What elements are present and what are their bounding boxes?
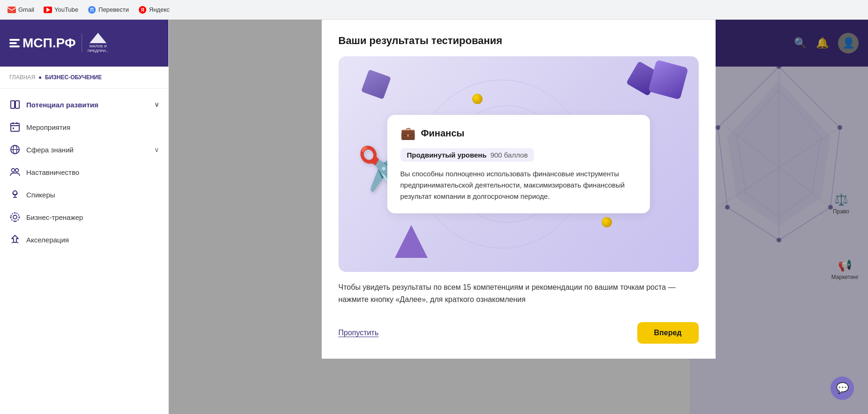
- logo-msp: МСП.РФ: [9, 36, 76, 51]
- info-card: 💼 Финансы Продвинутый уровень 900 баллов…: [387, 115, 650, 213]
- sidebar-item-mentoring[interactable]: Наставничество: [0, 161, 168, 183]
- svg-rect-12: [13, 128, 14, 129]
- sidebar-item-acceleration-label: Акселерация: [26, 236, 69, 244]
- skip-button[interactable]: Пропустить: [339, 329, 379, 337]
- level-badge: Продвинутый уровень 900 баллов: [400, 148, 535, 162]
- category-name: Финансы: [421, 128, 465, 139]
- sidebar-item-potential-label: Потенциал развития: [26, 101, 98, 109]
- breadcrumb-current[interactable]: БИЗНЕС-ОБУЧЕНИЕ: [45, 74, 102, 81]
- svg-rect-8: [11, 123, 19, 131]
- trainer-icon: [9, 211, 21, 223]
- modal-title: Ваши результаты тестирования: [339, 35, 699, 47]
- chat-icon: 💬: [836, 382, 849, 394]
- logo-grid-icon: [9, 39, 20, 47]
- svg-point-22: [11, 213, 19, 221]
- bookmark-translate[interactable]: П Перевести: [88, 6, 129, 14]
- svg-text:П: П: [90, 8, 93, 13]
- sidebar: МСП.РФ МАЛОЕ ИПРЕДПРИ... ГЛАВНАЯ БИЗНЕС-…: [0, 20, 169, 414]
- svg-text:Я: Я: [141, 8, 144, 13]
- sidebar-item-events[interactable]: Мероприятия: [0, 116, 168, 138]
- microphone-icon: [9, 189, 21, 200]
- sidebar-item-speakers-label: Спикеры: [26, 191, 55, 199]
- deco-diamond-2: [648, 60, 688, 100]
- logo-small-text: МАЛОЕ ИПРЕДПРИ...: [88, 44, 109, 53]
- deco-sphere-2: [602, 217, 612, 227]
- logo-text: МСП.РФ: [23, 36, 76, 51]
- logo-small-badge: МАЛОЕ ИПРЕДПРИ...: [88, 33, 109, 53]
- sidebar-item-trainer[interactable]: Бизнес-тренажер: [0, 206, 168, 228]
- svg-point-17: [15, 169, 19, 172]
- deco-diamond-3: [361, 69, 391, 99]
- svg-point-23: [15, 212, 16, 214]
- sidebar-nav: Потенциал развития ∨ Мероприятия: [0, 89, 168, 414]
- bookmark-youtube[interactable]: YouTube: [44, 6, 78, 13]
- breadcrumb-home[interactable]: ГЛАВНАЯ: [9, 74, 35, 81]
- sidebar-item-knowledge-label: Сфера знаний: [26, 146, 74, 154]
- svg-point-18: [13, 191, 17, 195]
- breadcrumb-separator: [39, 76, 41, 79]
- level-score: 900 баллов: [491, 151, 528, 159]
- svg-rect-6: [15, 101, 19, 108]
- svg-rect-5: [11, 101, 15, 108]
- modal-overlay: Ваши результаты тестирования ✂️: [169, 20, 868, 414]
- gmail-label: Gmail: [18, 6, 34, 13]
- chat-bubble-button[interactable]: 💬: [830, 376, 854, 400]
- mentoring-icon: [9, 166, 21, 178]
- breadcrumb: ГЛАВНАЯ БИЗНЕС-ОБУЧЕНИЕ: [0, 67, 168, 89]
- svg-point-16: [12, 169, 15, 172]
- browser-bar: Gmail YouTube П Перевести Я Яндекс: [0, 0, 868, 20]
- chevron-down-icon-2: ∨: [154, 146, 159, 153]
- yandex-icon: Я: [138, 6, 147, 14]
- sidebar-item-trainer-label: Бизнес-тренажер: [26, 213, 83, 221]
- svg-point-21: [13, 215, 17, 219]
- gmail-icon: [8, 7, 16, 13]
- yandex-label: Яндекс: [149, 6, 170, 13]
- forward-button[interactable]: Вперед: [637, 322, 699, 344]
- deco-cone: [395, 225, 428, 258]
- bookmark-gmail[interactable]: Gmail: [8, 6, 34, 13]
- svg-rect-0: [8, 7, 16, 13]
- bookmark-yandex[interactable]: Я Яндекс: [138, 6, 170, 14]
- sidebar-item-speakers[interactable]: Спикеры: [0, 183, 168, 206]
- svg-point-24: [19, 217, 20, 218]
- youtube-icon: [44, 7, 52, 13]
- translate-icon: П: [88, 6, 96, 14]
- sidebar-header: МСП.РФ МАЛОЕ ИПРЕДПРИ...: [0, 20, 168, 67]
- finance-category-icon: 💼: [400, 126, 415, 141]
- sidebar-item-events-label: Мероприятия: [26, 123, 70, 131]
- result-banner: ✂️ 💼 Финансы Продвинутый уровень: [339, 56, 699, 272]
- sidebar-item-knowledge[interactable]: Сфера знаний ∨: [0, 138, 168, 161]
- chevron-down-icon: ∨: [154, 101, 159, 108]
- svg-point-26: [10, 217, 12, 218]
- info-card-header: 💼 Финансы: [400, 126, 637, 141]
- svg-point-25: [15, 221, 16, 222]
- sidebar-item-acceleration[interactable]: Акселерация: [0, 228, 168, 251]
- modal-dialog: Ваши результаты тестирования ✂️: [322, 20, 716, 359]
- modal-footer-description: Чтобы увидеть результаты по всем 15 комп…: [339, 281, 699, 305]
- calendar-icon: [9, 121, 21, 133]
- youtube-label: YouTube: [54, 6, 78, 13]
- result-description: Вы способны полноценно использовать фина…: [400, 168, 637, 202]
- logo-divider: [82, 34, 82, 53]
- acceleration-icon: [9, 234, 21, 245]
- level-label: Продвинутый уровень: [407, 151, 487, 159]
- sidebar-item-mentoring-label: Наставничество: [26, 168, 79, 176]
- sphere-icon: [9, 144, 21, 155]
- modal-footer: Пропустить Вперед: [339, 318, 699, 344]
- logo-arrow-icon: [90, 33, 106, 43]
- main-wrapper: МСП.РФ МАЛОЕ ИПРЕДПРИ... ГЛАВНАЯ БИЗНЕС-…: [0, 20, 868, 414]
- sidebar-item-potential[interactable]: Потенциал развития ∨: [0, 93, 168, 116]
- book-open-icon: [9, 99, 21, 110]
- content-area: 🔍 🔔 👤: [169, 20, 868, 414]
- translate-label: Перевести: [98, 6, 129, 13]
